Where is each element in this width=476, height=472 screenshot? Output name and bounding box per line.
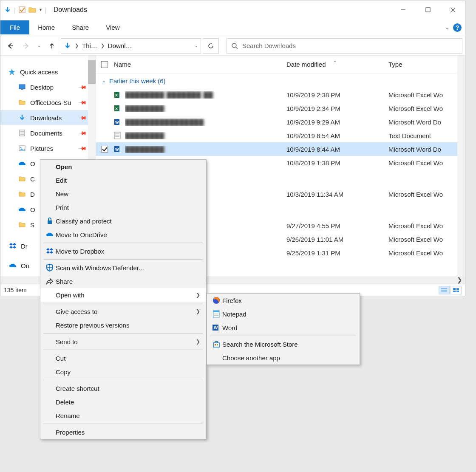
breadcrumb-item[interactable]: Downl… bbox=[108, 42, 132, 49]
file-date: 10/8/2019 1:38 PM bbox=[286, 159, 388, 167]
sidebar-item-pictures[interactable]: Pictures📌 bbox=[0, 141, 96, 156]
svg-rect-57 bbox=[215, 344, 216, 345]
caret-icon[interactable]: ▼ bbox=[39, 8, 42, 12]
word-icon: W bbox=[210, 323, 222, 332]
forward-button[interactable] bbox=[19, 39, 34, 53]
sidebar-item-folder[interactable]: OfficeDocs-Su📌 bbox=[0, 95, 96, 110]
menu-print[interactable]: Print bbox=[40, 201, 206, 214]
file-icon: W bbox=[114, 145, 125, 153]
folder-icon[interactable] bbox=[28, 6, 36, 14]
scrollbar[interactable] bbox=[457, 56, 465, 284]
tab-view[interactable]: View bbox=[97, 20, 128, 34]
menu-move-onedrive[interactable]: Move to OneDrive bbox=[40, 228, 206, 241]
file-date: 10/9/2019 2:34 PM bbox=[286, 105, 388, 112]
tab-file[interactable]: File bbox=[0, 20, 29, 34]
submenu-word[interactable]: WWord bbox=[207, 321, 360, 334]
chevron-right-icon[interactable]: ❯ bbox=[99, 43, 106, 48]
address-dropdown-icon[interactable]: ⌄ bbox=[195, 43, 198, 48]
tab-home[interactable]: Home bbox=[29, 20, 63, 34]
file-row[interactable]: W████████10/9/2019 8:44 AMMicrosoft Word… bbox=[96, 142, 465, 156]
search-placeholder: Search Downloads bbox=[242, 42, 296, 49]
column-date[interactable]: ⌄Date modified bbox=[286, 61, 388, 68]
menu-edit[interactable]: Edit bbox=[40, 173, 206, 187]
icons-view-button[interactable] bbox=[450, 286, 462, 294]
chevron-right-icon: ❯ bbox=[196, 308, 200, 314]
close-button[interactable] bbox=[440, 0, 465, 19]
column-name[interactable]: Name bbox=[114, 61, 286, 68]
file-date: 10/3/2019 11:34 AM bbox=[286, 191, 388, 198]
file-icon: W bbox=[114, 118, 125, 126]
sidebar-label: D bbox=[30, 191, 35, 198]
menu-open[interactable]: Open bbox=[40, 160, 206, 173]
onedrive-icon bbox=[18, 206, 26, 213]
file-row[interactable]: X████████ ███████ ██10/9/2019 2:38 PMMic… bbox=[96, 88, 465, 102]
help-button[interactable]: ? bbox=[453, 23, 462, 32]
svg-text:W: W bbox=[115, 147, 119, 152]
menu-cut[interactable]: Cut bbox=[40, 351, 206, 365]
menu-restore-versions[interactable]: Restore previous versions bbox=[40, 318, 206, 332]
menu-new[interactable]: New bbox=[40, 187, 206, 201]
menu-send-to[interactable]: Send to❯ bbox=[40, 335, 206, 348]
menu-share[interactable]: Share bbox=[40, 274, 206, 288]
back-button[interactable] bbox=[3, 39, 17, 53]
file-row[interactable]: ████████10/9/2019 8:54 AMText Document bbox=[96, 129, 465, 142]
refresh-button[interactable] bbox=[203, 38, 219, 54]
menu-create-shortcut[interactable]: Create shortcut bbox=[40, 382, 206, 395]
svg-point-16 bbox=[20, 147, 22, 148]
file-name: ████████ ███████ ██ bbox=[125, 91, 213, 99]
submenu-choose-app[interactable]: Choose another app bbox=[207, 351, 360, 365]
column-type[interactable]: Type bbox=[388, 61, 465, 68]
sidebar-item-desktop[interactable]: Desktop📌 bbox=[0, 79, 96, 95]
select-all-checkbox[interactable] bbox=[101, 56, 114, 73]
menu-properties[interactable]: Properties bbox=[40, 425, 206, 439]
onedrive-icon bbox=[9, 262, 17, 269]
folder-icon bbox=[18, 175, 26, 183]
file-type: Microsoft Excel Wo bbox=[388, 105, 465, 112]
sidebar-item-downloads[interactable]: Downloads📌 bbox=[0, 110, 96, 125]
file-date: 10/9/2019 8:44 AM bbox=[286, 146, 388, 153]
file-row[interactable]: W████████████████10/9/2019 9:29 AMMicros… bbox=[96, 115, 465, 129]
submenu-notepad[interactable]: Notepad bbox=[207, 307, 360, 321]
menu-rename[interactable]: Rename bbox=[40, 409, 206, 422]
address-bar[interactable]: ❯ Thi… ❯ Downl… ⌄ bbox=[61, 38, 201, 54]
up-button[interactable] bbox=[45, 39, 59, 53]
maximize-button[interactable] bbox=[416, 0, 440, 19]
ribbon-expand-icon[interactable]: ⌄ bbox=[445, 24, 450, 31]
group-header[interactable]: ⌄Earlier this week (6) bbox=[96, 73, 465, 88]
details-view-button[interactable] bbox=[439, 286, 450, 294]
menu-classify[interactable]: Classify and protect bbox=[40, 214, 206, 228]
search-box[interactable]: Search Downloads bbox=[227, 38, 462, 54]
chevron-right-icon[interactable]: ❯ bbox=[73, 43, 80, 48]
check-icon[interactable] bbox=[18, 6, 26, 14]
sidebar-quick-access[interactable]: Quick access bbox=[0, 64, 96, 79]
recent-dropdown[interactable]: ⌄ bbox=[35, 39, 43, 53]
submenu-store[interactable]: Search the Microsoft Store bbox=[207, 337, 360, 351]
menu-give-access[interactable]: Give access to❯ bbox=[40, 305, 206, 318]
breadcrumb-item[interactable]: Thi… bbox=[82, 42, 97, 49]
lock-icon bbox=[44, 217, 56, 225]
navigation-bar: ⌄ ❯ Thi… ❯ Downl… ⌄ Search Downloads bbox=[0, 36, 465, 56]
file-date: 10/9/2019 2:38 PM bbox=[286, 91, 388, 99]
sidebar-item-documents[interactable]: Documents📌 bbox=[0, 125, 96, 141]
svg-rect-43 bbox=[456, 288, 459, 290]
menu-delete[interactable]: Delete bbox=[40, 395, 206, 409]
file-row[interactable]: X████████10/9/2019 2:34 PMMicrosoft Exce… bbox=[96, 102, 465, 115]
menu-move-dropbox[interactable]: Move to Dropbox bbox=[40, 244, 206, 258]
menu-scan-defender[interactable]: Scan with Windows Defender... bbox=[40, 261, 206, 274]
file-type: Microsoft Word Do bbox=[388, 119, 465, 126]
svg-rect-56 bbox=[213, 343, 219, 347]
checkbox[interactable] bbox=[101, 146, 108, 153]
submenu-firefox[interactable]: Firefox bbox=[207, 294, 360, 307]
down-arrow-icon[interactable] bbox=[4, 6, 11, 14]
sidebar-label: Quick access bbox=[20, 68, 58, 76]
context-menu: Open Edit New Print Classify and protect… bbox=[40, 159, 207, 439]
tab-share[interactable]: Share bbox=[63, 20, 97, 34]
sidebar-label: Pictures bbox=[30, 145, 53, 152]
separator: | bbox=[45, 6, 47, 14]
sidebar-label: O bbox=[30, 160, 35, 167]
minimize-button[interactable] bbox=[391, 0, 416, 19]
menu-copy[interactable]: Copy bbox=[40, 365, 206, 379]
sidebar-label: Downloads bbox=[30, 114, 62, 122]
menu-open-with[interactable]: Open with❯ bbox=[40, 288, 206, 302]
dropbox-icon bbox=[44, 248, 56, 254]
